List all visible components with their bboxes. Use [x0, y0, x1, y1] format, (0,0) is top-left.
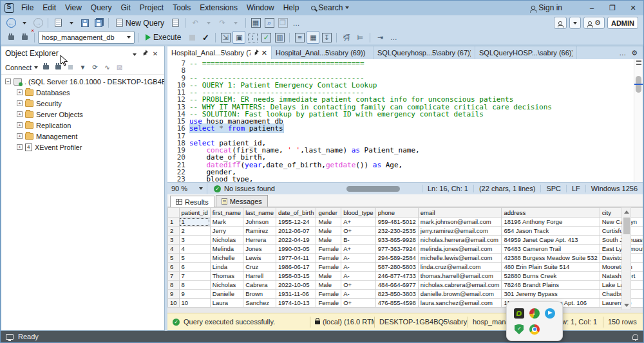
grid-cell[interactable]: 294-589-2584: [375, 254, 418, 263]
grid-cell[interactable]: Melinda: [210, 245, 243, 254]
results-to-text-button[interactable]: ≡: [293, 31, 306, 44]
database-selector[interactable]: hosp_management_db: [38, 31, 135, 44]
grid-cell[interactable]: 1990-03-05: [276, 245, 316, 254]
grid-cell[interactable]: Jones: [243, 245, 276, 254]
new-file-dropdown[interactable]: [65, 17, 78, 30]
row-number-cell[interactable]: 10: [168, 299, 180, 308]
grid-cell[interactable]: 1974-10-13: [276, 299, 316, 308]
grid-cell[interactable]: michelle.lewis@email.com: [418, 254, 502, 263]
column-header-first_name[interactable]: first_name: [210, 208, 243, 218]
grid-cell[interactable]: O+: [341, 299, 375, 308]
row-number-cell[interactable]: 6: [168, 263, 180, 272]
indent-button[interactable]: ⇥: [374, 31, 386, 44]
menu-item-project[interactable]: Project: [135, 1, 168, 15]
grid-cell[interactable]: Michelle: [210, 254, 243, 263]
idm-icon[interactable]: [529, 308, 540, 319]
column-header-phone[interactable]: phone: [375, 208, 418, 218]
grid-cell[interactable]: 654 Jason Track: [502, 227, 600, 236]
menu-item-help[interactable]: Help: [279, 1, 304, 15]
client-statistics-button[interactable]: ▥: [273, 31, 286, 44]
grid-cell[interactable]: Nicholas: [210, 281, 243, 290]
connect-server-icon[interactable]: [42, 63, 50, 71]
grid-cell[interactable]: Female: [316, 290, 341, 299]
pin-icon[interactable]: [253, 49, 259, 57]
row-number-cell[interactable]: 9: [168, 290, 180, 299]
connect-button[interactable]: [5, 31, 17, 44]
row-number-cell[interactable]: 3: [168, 236, 180, 245]
grid-cell[interactable]: 1931-11-06: [276, 290, 316, 299]
save-button[interactable]: [79, 17, 91, 30]
grid-cell[interactable]: A-: [341, 263, 375, 272]
column-header-gender[interactable]: gender: [316, 208, 341, 218]
grid-cell[interactable]: Jerry: [210, 227, 243, 236]
open-query-button[interactable]: [169, 17, 182, 30]
tree-node-security[interactable]: +Security: [1, 98, 164, 109]
grid-cell[interactable]: A-: [341, 290, 375, 299]
search-control[interactable]: Search: [311, 3, 349, 12]
column-header-patient_id[interactable]: patient_id: [179, 208, 210, 218]
column-header-email[interactable]: email: [418, 208, 502, 218]
navigate-back-button[interactable]: ←: [5, 17, 17, 30]
tree-node-server[interactable]: −. (SQL Server 16.0.1000 - DESKTOP-1GB4B…: [1, 76, 164, 87]
uncomment-button[interactable]: ⊨: [354, 31, 366, 44]
expand-icon[interactable]: +: [17, 122, 23, 128]
results-to-file-button[interactable]: ↧: [320, 31, 333, 44]
grid-cell[interactable]: 1958-03-15: [276, 272, 316, 281]
expand-icon[interactable]: +: [17, 89, 23, 95]
notification-bell-icon[interactable]: [632, 334, 638, 340]
grid-cell[interactable]: 52880 Burns Creek: [502, 272, 600, 281]
restore-button[interactable]: ❐: [602, 1, 623, 15]
tree-node-xevent-profiler[interactable]: +XEvent Profiler: [1, 142, 164, 153]
intellisense-button[interactable]: ⁞: [246, 31, 259, 44]
expand-icon[interactable]: +: [17, 133, 23, 139]
grid-cell[interactable]: 1986-06-17: [276, 263, 316, 272]
column-header-blood_type[interactable]: blood_type: [341, 208, 375, 218]
grid-cell[interactable]: 3: [179, 236, 210, 245]
tree-node-management[interactable]: +Management: [1, 131, 164, 142]
find-in-files-button[interactable]: ⌕: [263, 17, 276, 30]
grid-cell[interactable]: A-: [341, 254, 375, 263]
grid-cell[interactable]: B-: [341, 236, 375, 245]
menu-item-edit[interactable]: Edit: [38, 1, 61, 15]
grid-cell[interactable]: Linda: [210, 263, 243, 272]
scroll-up-arrow[interactable]: [624, 210, 629, 214]
menu-item-file[interactable]: File: [17, 1, 38, 15]
grid-cell[interactable]: 977-363-7924: [375, 245, 418, 254]
include-actual-plan-button[interactable]: ✓: [260, 31, 272, 44]
grid-cell[interactable]: 2012-06-07: [276, 227, 316, 236]
grid-cell[interactable]: Lewis: [243, 254, 276, 263]
tree-node-server-objects[interactable]: +Server Objects: [1, 109, 164, 120]
grid-cell[interactable]: Johnson: [243, 218, 276, 227]
grid-cell[interactable]: thomas.harrell@email.com: [418, 272, 502, 281]
grid-cell[interactable]: O+: [341, 227, 375, 236]
document-tab-2[interactable]: Hospital_Anal...5\sabry (69)): [272, 46, 374, 59]
grid-cell[interactable]: 1977-04-11: [276, 254, 316, 263]
grid-cell[interactable]: 1955-12-24: [276, 218, 316, 227]
expand-icon[interactable]: +: [17, 144, 23, 150]
zoom-selector[interactable]: 90 %: [167, 183, 207, 195]
tab-overflow-button[interactable]: …: [619, 49, 626, 57]
feedback-dropdown[interactable]: [569, 17, 581, 29]
grid-cell[interactable]: 10: [179, 299, 210, 308]
grid-cell[interactable]: 2022-04-19: [276, 236, 316, 245]
grid-vertical-scrollbar[interactable]: [621, 207, 631, 310]
connect-dropdown[interactable]: Connect: [5, 64, 38, 71]
document-tab-3[interactable]: SQLQueryhosp...5\sabry (67)): [374, 46, 475, 59]
undo-dropdown[interactable]: [202, 17, 215, 30]
grid-cell[interactable]: Cabrera: [243, 281, 276, 290]
new-query-button[interactable]: New Query: [112, 17, 168, 30]
grid-cell[interactable]: 933-865-9928: [375, 236, 418, 245]
grid-cell[interactable]: 480 Erin Plain Suite 514: [502, 263, 600, 272]
parse-button[interactable]: ✓: [199, 31, 212, 44]
issues-indicator[interactable]: ✓ No issues found: [207, 185, 281, 192]
row-number-cell[interactable]: 8: [168, 281, 180, 290]
copy-window-button[interactable]: ❐: [276, 17, 289, 30]
scroll-down-arrow[interactable]: [624, 304, 629, 307]
results-to-grid-button[interactable]: ▦: [307, 31, 319, 44]
redo-button[interactable]: ↷: [216, 17, 229, 30]
grid-cell[interactable]: 959-481-5012: [375, 218, 418, 227]
grid-cell[interactable]: 246-877-4733: [375, 272, 418, 281]
new-file-button[interactable]: [52, 17, 64, 30]
line-ending[interactable]: LF: [566, 185, 585, 192]
grid-cell[interactable]: 84959 Janet Cape Apt. 413: [502, 236, 600, 245]
